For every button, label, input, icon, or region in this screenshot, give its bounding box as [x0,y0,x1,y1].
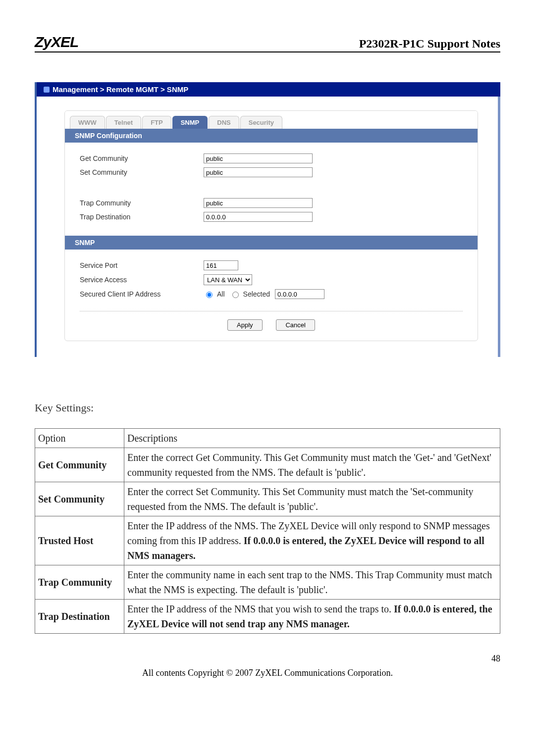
trap-destination-input[interactable] [204,212,313,222]
service-port-input[interactable] [204,260,238,270]
tab-www[interactable]: WWW [70,116,105,129]
page-number: 48 [35,654,500,664]
service-port-label: Service Port [80,261,204,269]
tab-security[interactable]: Security [240,116,282,129]
copyright: All contents Copyright © 2007 ZyXEL Comm… [35,668,500,678]
tab-ftp[interactable]: FTP [142,116,171,129]
radio-selected[interactable] [232,292,239,298]
col-option-header: Option [35,429,124,448]
tab-telnet[interactable]: Telnet [106,116,141,129]
table-row: Get Community Enter the correct Get Comm… [35,448,500,482]
table-row: Trap Destination Enter the IP address of… [35,600,500,634]
table-row: Set Community Enter the correct Set Comm… [35,482,500,516]
table-row: Trusted Host Enter the IP address of the… [35,516,500,565]
cancel-button[interactable]: Cancel [276,319,315,331]
trap-destination-label: Trap Destination [80,213,204,221]
get-community-label: Get Community [80,154,204,162]
secured-client-label: Secured Client IP Address [80,290,204,298]
document-title: P2302R-P1C Support Notes [359,37,500,50]
get-community-input[interactable] [204,153,313,163]
set-community-input[interactable] [204,167,313,177]
tab-bar: WWW Telnet FTP SNMP DNS Security [65,111,478,129]
section-title-snmp: SNMP [65,236,478,250]
trap-community-label: Trap Community [80,199,204,207]
tab-snmp[interactable]: SNMP [172,116,208,129]
table-row: Trap Community Enter the community name … [35,565,500,600]
radio-all-label[interactable]: All [204,290,225,298]
secured-ip-input[interactable] [275,289,324,299]
brand-logo: ZyXEL [35,34,78,50]
key-settings-table: Option Descriptions Get Community Enter … [35,428,500,634]
set-community-label: Set Community [80,168,204,176]
key-settings-heading: Key Settings: [35,402,500,414]
router-ui-screenshot: Management > Remote MGMT > SNMP WWW Teln… [35,82,500,357]
breadcrumb: Management > Remote MGMT > SNMP [37,82,500,97]
section-title-snmp-config: SNMP Configuration [65,129,478,143]
service-access-select[interactable]: LAN & WAN [204,274,252,285]
document-header: ZyXEL P2302R-P1C Support Notes [35,34,500,52]
radio-selected-label[interactable]: Selected [230,290,270,298]
breadcrumb-text: Management > Remote MGMT > SNMP [53,85,188,94]
col-desc-header: Descriptions [124,429,500,448]
service-access-label: Service Access [80,276,204,284]
breadcrumb-icon [44,87,50,93]
apply-button[interactable]: Apply [227,319,263,331]
trap-community-input[interactable] [204,198,313,208]
tab-dns[interactable]: DNS [209,116,239,129]
radio-all[interactable] [206,292,213,298]
